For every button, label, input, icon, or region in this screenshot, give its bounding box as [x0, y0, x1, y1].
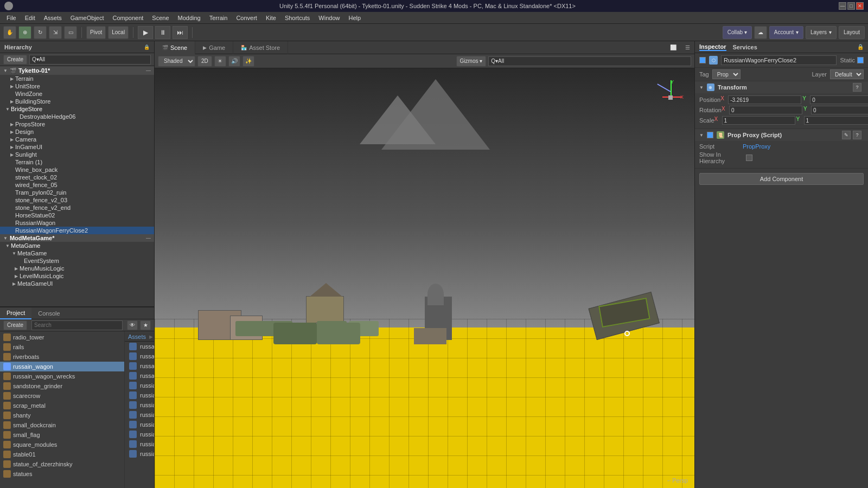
- hierarchy-item-terrain[interactable]: ▶ Terrain: [0, 75, 154, 82]
- collab-button[interactable]: Collab ▾: [723, 26, 752, 39]
- menu-assets[interactable]: Assets: [40, 14, 66, 22]
- breadcrumb-assets[interactable]: Assets: [128, 333, 146, 340]
- scene-search-input[interactable]: [488, 56, 691, 66]
- project-file-russainwagonlongflat[interactable]: russainwagonlongflat: [125, 342, 154, 351]
- menu-component[interactable]: Component: [108, 14, 148, 22]
- tab-scene[interactable]: 🎬 Scene: [155, 41, 195, 54]
- project-file-russianwagonmetaltop-unit[interactable]: russianwagonmetaltop_unit: [125, 439, 154, 449]
- hierarchy-item-destroyable[interactable]: DestroyableHedge06: [0, 113, 154, 120]
- project-search-input[interactable]: [31, 320, 123, 330]
- project-item-russain-wagon-wrecks[interactable]: russain_wagon_wrecks: [0, 371, 124, 381]
- project-item-scrap-metal[interactable]: scrap_metal: [0, 401, 124, 410]
- scale-y-input[interactable]: [804, 116, 868, 125]
- tab-game[interactable]: ▶ Game: [195, 41, 233, 54]
- hierarchy-item-design[interactable]: ▶ Design: [0, 128, 154, 136]
- step-button[interactable]: ⏭: [173, 26, 188, 39]
- transform-options-btn[interactable]: ?: [853, 83, 861, 92]
- hierarchy-item-metagame2[interactable]: ▼ MetaGame: [0, 249, 154, 257]
- prop-proxy-edit-btn[interactable]: ✎: [842, 131, 851, 139]
- hierarchy-item-wiredfence[interactable]: wired_fence_05: [0, 181, 154, 189]
- account-button[interactable]: Account ▾: [769, 26, 803, 39]
- hierarchy-item-buildingstore[interactable]: ▶ BuildingStore: [0, 98, 154, 105]
- 2d-button[interactable]: 2D: [197, 56, 212, 67]
- hierarchy-item-windzone[interactable]: WindZone: [0, 90, 154, 98]
- maximize-button[interactable]: □: [847, 2, 855, 10]
- rot-y-input[interactable]: [811, 106, 868, 114]
- object-name-input[interactable]: [721, 55, 837, 65]
- project-file-russainwagonlongflattanker[interactable]: russainwagonlongflattanker: [125, 361, 154, 371]
- hierarchy-search-input[interactable]: [29, 55, 151, 65]
- tab-inspector[interactable]: Inspector: [699, 43, 726, 51]
- modmetagame-minus[interactable]: —: [146, 235, 151, 241]
- menu-window[interactable]: Window: [314, 14, 344, 22]
- hierarchy-item-winebox[interactable]: Wine_box_pack: [0, 166, 154, 174]
- pause-button[interactable]: ⏸: [155, 26, 170, 39]
- project-item-russain-wagon[interactable]: russain_wagon: [0, 362, 124, 371]
- project-item-rails[interactable]: rails: [0, 342, 124, 352]
- hierarchy-item-ingameui[interactable]: ▶ InGameUI: [0, 143, 154, 151]
- project-item-shanty[interactable]: shanty: [0, 410, 124, 420]
- project-item-riverboats[interactable]: riverboats: [0, 352, 124, 362]
- lock-icon[interactable]: 🔒: [144, 44, 150, 50]
- menu-scene[interactable]: Scene: [148, 14, 173, 22]
- project-file-russianwagon[interactable]: russianwagon: [125, 381, 154, 390]
- scene-lock-icon[interactable]: —: [146, 68, 151, 73]
- layers-button[interactable]: Layers ▾: [806, 26, 837, 39]
- layout-button[interactable]: Layout: [839, 26, 865, 39]
- project-eye-button[interactable]: 👁: [127, 320, 138, 330]
- shading-mode-select[interactable]: Shaded: [158, 56, 195, 67]
- hierarchy-item-russianwagon[interactable]: RussianWagon: [0, 219, 154, 227]
- hierarchy-item-sunlight[interactable]: ▶ Sunlight: [0, 151, 154, 158]
- hierarchy-item-unitstore[interactable]: ▶ UnitStore: [0, 82, 154, 90]
- tag-select[interactable]: Prop: [712, 69, 741, 79]
- gizmos-button[interactable]: Gizmos ▾: [456, 56, 487, 67]
- project-file-russianwagontanker[interactable]: russianwagontanker: [125, 449, 154, 459]
- hierarchy-item-camera[interactable]: ▶ Camera: [0, 136, 154, 143]
- rotate-tool-button[interactable]: ↻: [34, 26, 47, 39]
- add-component-button[interactable]: Add Component: [699, 173, 864, 185]
- tab-services[interactable]: Services: [733, 44, 757, 50]
- scene-maximize-icon[interactable]: ⬜: [666, 44, 681, 50]
- pos-x-input[interactable]: [728, 95, 801, 104]
- hierarchy-item-propsstore[interactable]: ▶ PropsStore: [0, 120, 154, 128]
- hierarchy-item-metagameui[interactable]: ▶ MetaGameUI: [0, 280, 154, 287]
- project-file-russianwagonferryopen1[interactable]: russianwagonferryopen1: [125, 410, 154, 420]
- hand-tool-button[interactable]: ✋: [3, 26, 16, 39]
- hierarchy-item-russianwagonferryclose2[interactable]: RussianWagonFerryClose2: [0, 227, 154, 234]
- local-button[interactable]: Local: [108, 26, 129, 39]
- project-item-stable01[interactable]: stable01: [0, 450, 124, 459]
- tab-project[interactable]: Project: [0, 307, 31, 319]
- project-item-radio-tower[interactable]: radio_tower: [0, 332, 124, 342]
- audio-button[interactable]: 🔊: [228, 56, 240, 67]
- project-item-sandstone-grinder[interactable]: sandstone_grinder: [0, 381, 124, 391]
- layer-select[interactable]: Default: [830, 69, 864, 79]
- show-hierarchy-checkbox[interactable]: [746, 155, 752, 161]
- hierarchy-item-streetclock[interactable]: street_clock_02: [0, 174, 154, 181]
- prop-proxy-options-btn[interactable]: ?: [853, 131, 861, 139]
- close-button[interactable]: ✕: [856, 2, 864, 10]
- menu-edit[interactable]: Edit: [21, 14, 40, 22]
- project-file-russainwagonlongflat-unit[interactable]: russainwagonlongflat_unit: [125, 351, 154, 361]
- scene-menu-icon[interactable]: ☰: [681, 44, 694, 50]
- rot-x-input[interactable]: [729, 106, 802, 114]
- project-item-scarecrow[interactable]: scarecrow: [0, 391, 124, 401]
- menu-kite[interactable]: Kite: [261, 14, 280, 22]
- hierarchy-item-trampylon[interactable]: Tram_pylon02_ruin: [0, 189, 154, 196]
- project-file-russianwagonferryopen2[interactable]: russianwagonferryopen2: [125, 420, 154, 429]
- tab-asset-store[interactable]: 🏪 Asset Store: [233, 41, 288, 54]
- scene-root-row[interactable]: ▼ 🎬 Tyketto-01* —: [0, 66, 154, 75]
- project-item-statue-dzerzhinsky[interactable]: statue_of_dzerzhinsky: [0, 459, 124, 469]
- menu-convert[interactable]: Convert: [232, 14, 261, 22]
- project-file-russianwagonferryclose2[interactable]: russianwagonferryclose2: [125, 400, 154, 410]
- hierarchy-item-horsestatue[interactable]: HorseStatue02: [0, 211, 154, 219]
- project-file-russainwagonlongflatwooden[interactable]: russainwagonlongflatwooden: [125, 371, 154, 381]
- hierarchy-item-eventsystem[interactable]: EventSystem: [0, 257, 154, 265]
- project-file-russianwagonmetaltop[interactable]: russianwagonmetaltop: [125, 429, 154, 439]
- menu-help[interactable]: Help: [344, 14, 365, 22]
- scale-tool-button[interactable]: ⇲: [49, 26, 62, 39]
- project-item-statues[interactable]: statues: [0, 469, 124, 479]
- pos-y-input[interactable]: [810, 95, 868, 104]
- play-button[interactable]: ▶: [138, 26, 153, 39]
- scale-x-input[interactable]: [722, 116, 795, 125]
- project-item-small-dockcrain[interactable]: small_dockcrain: [0, 420, 124, 430]
